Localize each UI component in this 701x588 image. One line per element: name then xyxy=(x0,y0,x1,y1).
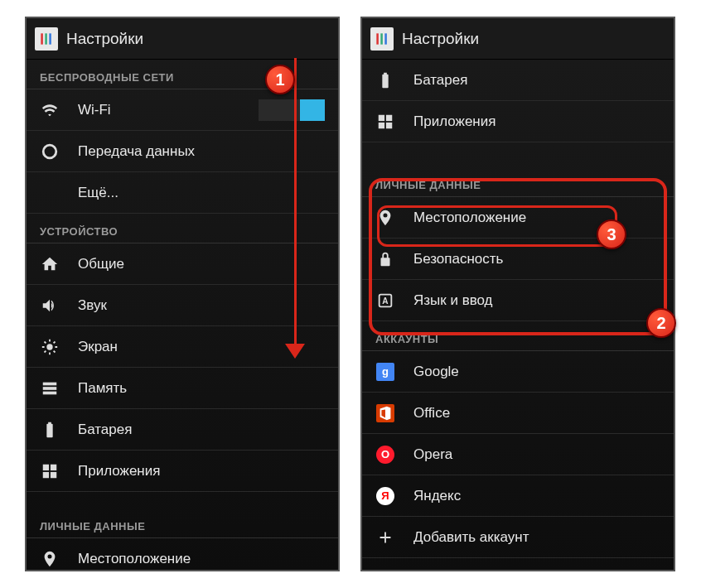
item-battery[interactable]: Батарея xyxy=(27,409,338,451)
header: Настройки xyxy=(362,18,674,60)
location-icon xyxy=(40,549,60,569)
volume-icon xyxy=(40,296,60,316)
svg-point-3 xyxy=(46,344,52,349)
item-label: Местоположение xyxy=(413,210,660,226)
section-personal: ЛИЧНЫЕ ДАННЫЕ xyxy=(362,167,674,197)
item-office-account[interactable]: Office xyxy=(362,393,674,434)
battery-icon xyxy=(40,420,60,440)
item-general[interactable]: Общие xyxy=(27,243,338,285)
svg-rect-11 xyxy=(376,33,379,44)
svg-rect-1 xyxy=(45,33,47,44)
office-icon xyxy=(375,403,395,423)
svg-rect-8 xyxy=(51,464,56,470)
svg-rect-17 xyxy=(386,122,392,128)
storage-icon xyxy=(40,378,60,398)
item-label: Язык и ввод xyxy=(413,292,660,309)
scroll-arrow-head xyxy=(285,344,305,359)
location-icon xyxy=(375,208,395,228)
callout-badge-1: 1 xyxy=(265,65,295,94)
item-label: Добавить аккаунт xyxy=(413,529,660,546)
header-title: Настройки xyxy=(402,30,479,48)
plus-icon xyxy=(375,528,395,547)
item-label: Местоположение xyxy=(78,551,325,567)
item-label: Яндекс xyxy=(413,488,660,504)
yandex-icon: Я xyxy=(375,486,395,506)
item-label: Память xyxy=(78,380,325,397)
svg-rect-14 xyxy=(379,114,384,120)
section-device: УСТРОЙСТВО xyxy=(27,214,338,243)
svg-text:A: A xyxy=(382,296,389,305)
svg-rect-15 xyxy=(386,114,392,120)
svg-rect-13 xyxy=(384,33,387,44)
settings-screen-left: Настройки БЕСПРОВОДНЫЕ СЕТИ Wi-Fi Переда… xyxy=(25,17,340,571)
item-label: Google xyxy=(413,364,660,380)
section-system: СИСТЕМА xyxy=(362,558,674,571)
item-opera-account[interactable]: O Opera xyxy=(362,434,674,475)
callout-badge-3: 3 xyxy=(597,219,626,249)
item-apps[interactable]: Приложения xyxy=(362,101,674,142)
item-label: Office xyxy=(413,405,660,422)
item-battery[interactable]: Батарея xyxy=(362,60,674,101)
header: Настройки xyxy=(27,18,338,60)
battery-icon xyxy=(375,70,395,90)
section-personal: ЛИЧНЫЕ ДАННЫЕ xyxy=(27,508,338,538)
apps-icon xyxy=(40,461,60,481)
data-usage-icon xyxy=(40,142,60,161)
item-label: Opera xyxy=(413,446,660,463)
home-icon xyxy=(40,254,60,274)
item-more[interactable]: Ещё... xyxy=(27,172,338,214)
settings-app-icon xyxy=(370,27,394,51)
item-yandex-account[interactable]: Я Яндекс xyxy=(362,475,674,517)
item-location[interactable]: Местоположение xyxy=(27,538,338,571)
blank-icon xyxy=(40,183,60,203)
svg-rect-6 xyxy=(43,391,57,394)
language-icon: A xyxy=(375,291,395,311)
apps-icon xyxy=(375,112,395,132)
item-label: Ещё... xyxy=(78,185,325,201)
svg-rect-5 xyxy=(43,387,57,390)
opera-icon: O xyxy=(375,445,395,465)
settings-screen-right: Настройки Батарея Приложения ЛИЧНЫЕ ДАНН… xyxy=(360,17,675,571)
item-label: Передача данных xyxy=(78,143,325,160)
item-label: Приложения xyxy=(413,113,660,130)
item-storage[interactable]: Память xyxy=(27,368,338,409)
svg-rect-16 xyxy=(379,122,384,128)
item-add-account[interactable]: Добавить аккаунт xyxy=(362,517,674,558)
item-label: Безопасность xyxy=(413,251,660,267)
item-data-usage[interactable]: Передача данных xyxy=(27,131,338,172)
svg-rect-12 xyxy=(380,33,383,44)
settings-app-icon xyxy=(35,27,58,51)
svg-rect-9 xyxy=(43,471,49,477)
item-location[interactable]: Местоположение xyxy=(362,197,674,239)
item-label: Приложения xyxy=(78,463,325,480)
item-label: Батарея xyxy=(78,422,325,438)
header-title: Настройки xyxy=(66,30,143,48)
item-apps[interactable]: Приложения xyxy=(27,451,338,492)
svg-rect-0 xyxy=(41,33,43,44)
scroll-arrow-line xyxy=(294,58,297,348)
item-sound[interactable]: Звук xyxy=(27,285,338,326)
item-google-account[interactable]: g Google xyxy=(362,351,674,393)
item-label: Wi-Fi xyxy=(78,102,259,118)
section-accounts: АККАУНТЫ xyxy=(362,321,674,351)
wifi-icon xyxy=(40,100,60,120)
item-wifi[interactable]: Wi-Fi xyxy=(27,89,338,131)
item-label: Батарея xyxy=(413,72,660,89)
svg-rect-10 xyxy=(51,471,56,477)
lock-icon xyxy=(375,249,395,269)
item-label: Общие xyxy=(78,256,325,272)
svg-rect-2 xyxy=(49,33,51,44)
wifi-toggle[interactable] xyxy=(259,99,325,121)
callout-badge-2: 2 xyxy=(646,308,676,338)
item-label: Звук xyxy=(78,297,325,314)
brightness-icon xyxy=(40,337,60,357)
svg-rect-4 xyxy=(43,382,57,385)
item-language[interactable]: A Язык и ввод xyxy=(362,280,674,321)
google-icon: g xyxy=(375,362,395,382)
item-security[interactable]: Безопасность xyxy=(362,239,674,280)
svg-rect-7 xyxy=(43,464,49,470)
